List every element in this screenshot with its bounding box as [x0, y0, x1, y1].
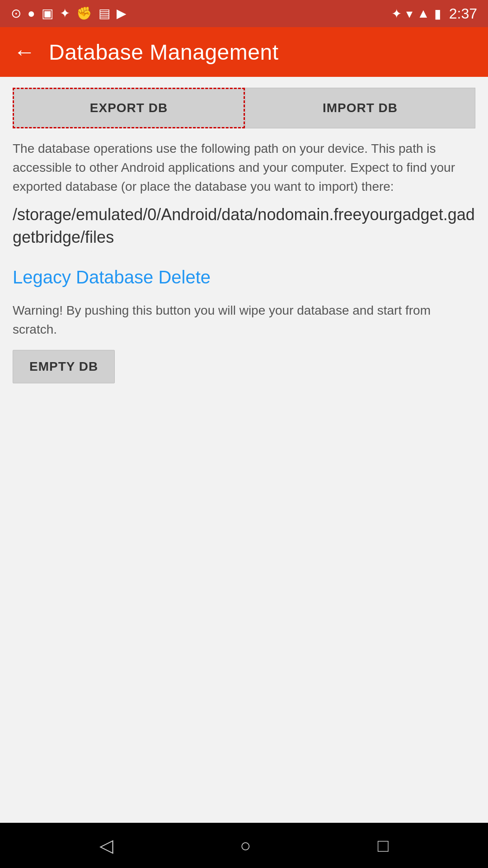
youtube-icon: ▶: [117, 7, 127, 20]
battery-icon: ▮: [434, 6, 441, 21]
signal-icon: ▲: [417, 6, 430, 21]
db-description: The database operations use the followin…: [13, 139, 475, 196]
empty-db-warning: Warning! By pushing this button you will…: [13, 301, 475, 339]
db-button-row: EXPORT DB IMPORT DB: [13, 88, 475, 128]
status-icons-left: ⊙ ● ▣ ✦ ✊ ▤ ▶: [11, 7, 127, 20]
app-bar: ← Database Management: [0, 27, 488, 77]
instagram-icon: ▣: [42, 7, 53, 20]
image-icon: ▤: [99, 7, 110, 20]
main-content: EXPORT DB IMPORT DB The database operati…: [0, 77, 488, 823]
chrome-icon: ⊙: [11, 7, 21, 20]
twitter-icon: ✦: [60, 7, 70, 20]
nav-bar: ◁ ○ □: [0, 823, 488, 868]
fist-icon: ✊: [76, 7, 92, 20]
empty-db-button[interactable]: EMPTY DB: [13, 350, 115, 383]
status-time: 2:37: [449, 5, 477, 22]
status-bar: ⊙ ● ▣ ✦ ✊ ▤ ▶ ✦ ▾ ▲ ▮ 2:37: [0, 0, 488, 27]
back-button[interactable]: ←: [14, 41, 35, 63]
legacy-section-title: Legacy Database Delete: [13, 267, 475, 288]
import-db-button[interactable]: IMPORT DB: [245, 88, 475, 128]
nav-back-icon[interactable]: ◁: [99, 835, 113, 856]
app-bar-title: Database Management: [49, 40, 278, 65]
bluetooth-icon: ✦: [391, 6, 402, 21]
status-icons-right: ✦ ▾ ▲ ▮ 2:37: [391, 5, 477, 22]
export-db-button[interactable]: EXPORT DB: [13, 88, 245, 128]
db-path: /storage/emulated/0/Android/data/nodomai…: [13, 203, 475, 249]
nav-home-icon[interactable]: ○: [240, 835, 251, 856]
nav-recent-icon[interactable]: □: [378, 835, 389, 856]
wifi-icon: ▾: [406, 6, 413, 21]
circle-icon: ●: [28, 7, 35, 20]
